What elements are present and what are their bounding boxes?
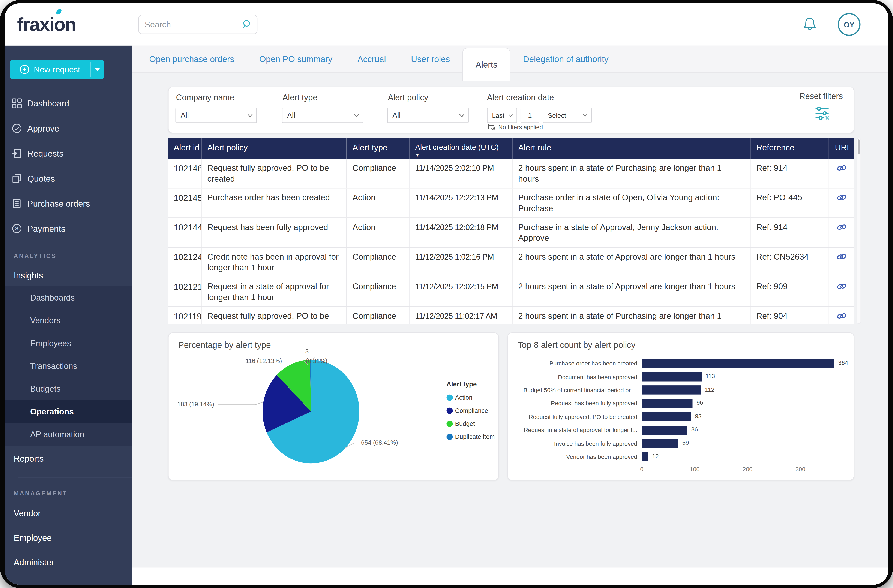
bar-category-label: Request has been fully approved [518,400,642,406]
sidebar-item-insights[interactable]: Insights [5,264,132,286]
user-avatar[interactable]: OY [838,13,860,36]
bar-chart-title: Top 8 alert count by alert policy [518,340,636,350]
table-row[interactable]: 102119 Request fully approved, PO to be … [168,307,854,324]
bar[interactable] [642,439,678,448]
new-request-dropdown-button[interactable] [91,60,104,79]
sidebar-item-purchase-orders[interactable]: Purchase orders [5,190,132,216]
new-request-label: New request [34,65,80,74]
col-header-alert-rule[interactable]: Alert rule [513,138,751,159]
bar-row: Request in a state of approval for longe… [518,423,848,437]
x-axis-tick: 0 [640,466,643,472]
top-bar: fraxion Search OY [5,3,888,46]
url-link[interactable] [829,277,854,306]
sidebar-item-employee[interactable]: Employee [5,525,132,550]
table-row[interactable]: 102146 Request fully approved, PO to be … [168,159,854,188]
alert-policy-select[interactable]: All [387,108,469,123]
dashboard-icon [11,98,22,108]
legend-dot [446,420,453,427]
bar[interactable] [642,399,693,408]
bar[interactable] [642,372,702,381]
sidebar-item-vendors[interactable]: Vendors [5,309,132,332]
bar[interactable] [642,386,701,395]
pie-callout-duplicate-count: 3 [305,348,308,355]
bar[interactable] [642,412,691,422]
table-row[interactable]: 102121 Request in a state of approval fo… [168,277,854,307]
tab-open-purchase-orders[interactable]: Open purchase orders [137,46,247,72]
sidebar-item-vendor[interactable]: Vendor [5,501,132,525]
bar-category-label: Vendor has been approved [518,454,642,460]
tab-alerts[interactable]: Alerts [463,48,510,81]
table-row[interactable]: 102124 Credit note has been in approval … [168,248,854,277]
bar[interactable] [642,426,687,435]
tab-accrual[interactable]: Accrual [345,46,398,72]
sidebar-item-employees[interactable]: Employees [5,332,132,354]
sidebar-item-administer[interactable]: Administer [5,550,132,574]
col-header-alert-policy[interactable]: Alert policy [201,138,347,159]
bar-value-label: 112 [705,386,714,393]
insights-submenu: Dashboards Vendors Employees Transaction… [5,286,132,446]
screenshot-root: fraxion Search OY [0,0,893,588]
filter-panel: Company name Alert type Alert policy Ale… [168,87,854,133]
sidebar-item-approve[interactable]: Approve [5,116,132,141]
col-header-alert-type[interactable]: Alert type [347,138,409,159]
url-link[interactable] [829,189,854,218]
pie-callout-compliance: 183 (19.14%) [173,401,214,408]
document-arrow-icon [11,148,22,159]
url-link[interactable] [829,248,854,277]
bar-value-label: 364 [838,360,848,366]
sidebar-item-label: Quotes [27,173,55,183]
date-unit-select[interactable]: Select [543,108,592,123]
sidebar-item-transactions[interactable]: Transactions [5,355,132,377]
search-input[interactable]: Search [138,15,257,34]
new-request-button[interactable]: New request [10,60,104,79]
management-section-label: MANAGEMENT [14,489,132,496]
notifications-bell-icon[interactable] [802,16,818,34]
sidebar-item-dashboards[interactable]: Dashboards [5,286,132,309]
pie-chart [174,350,448,479]
fraxion-logo: fraxion [17,14,76,35]
link-icon [837,282,847,290]
date-range-select[interactable]: Last [487,108,517,123]
dollar-circle-icon: $ [11,223,22,234]
col-header-alert-id[interactable]: Alert id [168,138,201,159]
sidebar-item-operations[interactable]: Operations [5,400,132,423]
sidebar-item-quotes[interactable]: Quotes [5,166,132,190]
tab-delegation-of-authority[interactable]: Delegation of authority [510,46,621,72]
window-frame: fraxion Search OY [0,0,893,588]
bar[interactable] [642,359,834,368]
legend-dot [446,407,453,413]
sidebar-item-reports[interactable]: Reports [5,446,132,471]
bar-value-label: 96 [696,400,703,406]
col-header-url[interactable]: URL [829,138,854,159]
alert-creation-date-filter-label: Alert creation date [487,93,554,102]
table-scrollbar[interactable] [857,138,861,324]
url-link[interactable] [829,159,854,188]
tab-user-roles[interactable]: User roles [398,46,463,72]
url-link[interactable] [829,218,854,247]
sidebar-item-budgets[interactable]: Budgets [5,377,132,400]
url-link[interactable] [829,307,854,324]
table-row[interactable]: 102144 Request has been fully approved A… [168,218,854,248]
analytics-section-label: ANALYTICS [14,252,132,259]
sidebar-item-ap-automation[interactable]: AP automation [5,423,132,446]
legend-item-budget: Budget [446,420,495,427]
chevron-down-icon [508,113,513,117]
col-header-reference[interactable]: Reference [751,138,829,159]
col-header-alert-creation-date[interactable]: Alert creation date (UTC) ▼ [409,138,513,159]
bar-row: Purchase order has been created 364 [518,357,848,370]
table-row[interactable]: 102145 Purchase order has been created A… [168,189,854,218]
sidebar-item-payments[interactable]: $ Payments [5,216,132,241]
bar[interactable] [642,452,648,461]
reset-filters-icon[interactable] [814,106,830,121]
sidebar-item-requests[interactable]: Requests [5,141,132,166]
bar-value-label: 12 [652,453,659,459]
company-name-select[interactable]: All [176,108,257,123]
alert-type-select[interactable]: All [282,108,363,123]
sidebar-item-dashboard[interactable]: Dashboard [5,91,132,116]
app-window: fraxion Search OY [5,3,888,585]
sidebar-item-label: Approve [27,123,59,133]
bar-value-label: 113 [705,373,715,380]
scrollbar-thumb[interactable] [858,140,860,154]
date-number-input[interactable]: 1 [520,108,540,123]
tab-open-po-summary[interactable]: Open PO summary [247,46,345,72]
